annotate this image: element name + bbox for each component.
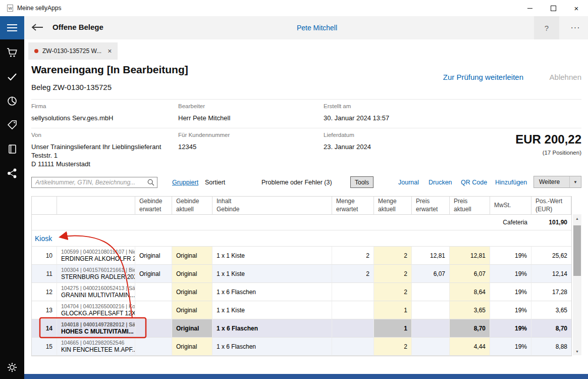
menge-aktuell-cell[interactable]: 1	[374, 319, 412, 338]
inhalt-gebinde-cell: 1 x 6 Flaschen	[212, 283, 332, 301]
weitere-dropdown-button[interactable]: Weitere ▼	[533, 176, 581, 188]
table-row[interactable]: 11 100304 | 04015760121661 | Bier... STE…	[32, 265, 571, 283]
preis-aktuell-cell[interactable]: 3,65	[450, 301, 490, 319]
gebinde-aktuell-cell[interactable]: Original	[172, 301, 212, 319]
main-content: Wareneingang [In Bearbeitung] Zur Prüfun…	[24, 61, 588, 374]
mwst-cell: 19%	[490, 338, 531, 356]
header-menge-erwartet: Menge erwartet	[332, 197, 374, 215]
article-cell: 104275 | 04002160052413 | Säft... GRANIN…	[57, 283, 135, 301]
gebinde-erwartet-cell	[135, 301, 172, 319]
header-inhalt-gebinde: Inhalt Gebinde	[212, 197, 332, 215]
hamburger-menu-button[interactable]	[0, 16, 24, 39]
add-link[interactable]: Hinzufügen	[495, 179, 527, 186]
journal-book-icon[interactable]	[6, 143, 18, 155]
app-window: W Meine sellyApps ×	[0, 0, 588, 379]
document-tab[interactable]: ZW-0130-135725 W... ×	[28, 42, 118, 60]
menge-aktuell-cell[interactable]: 1	[374, 301, 412, 319]
tab-close-icon[interactable]: ×	[108, 47, 112, 55]
scroll-down-button[interactable]: ▼	[573, 347, 581, 355]
gebinde-aktuell-cell[interactable]: Original	[172, 265, 212, 283]
menge-erwartet-cell	[332, 319, 374, 338]
table-body: 10 100599 | 04002108019107 | Nich... ERD…	[32, 247, 571, 356]
divider	[31, 128, 581, 128]
group-header-kiosk[interactable]: Kiosk	[32, 230, 571, 247]
weitere-label: Weitere	[534, 178, 569, 185]
minimize-button[interactable]	[518, 0, 542, 16]
table-row[interactable]: 14 104018 | 04001497282012 | Säft... HOH…	[32, 319, 571, 338]
field-firma: Firma sellysolutions Serv.ges.mbH	[31, 103, 113, 122]
price-tag-icon[interactable]	[6, 119, 18, 131]
gebinde-erwartet-cell: Original	[135, 265, 172, 283]
close-button[interactable]: ×	[565, 0, 588, 16]
preis-erwartet-cell	[412, 319, 450, 338]
pos-wert-cell: 8,70	[531, 319, 571, 338]
field-von: Von Unser Trainingslieferant Ihr Lieblin…	[31, 132, 161, 168]
field-label: Bearbeiter	[178, 103, 230, 109]
gebinde-aktuell-cell[interactable]: Original	[172, 247, 212, 265]
inhalt-gebinde-cell: 1 x 1 Kiste	[212, 265, 332, 283]
table-scrollbar[interactable]: ▲ ▼	[573, 214, 581, 355]
gebinde-aktuell-cell[interactable]: Original	[172, 338, 212, 356]
reject-button[interactable]: Ablehnen	[550, 73, 581, 81]
preis-aktuell-cell[interactable]: 12,81	[450, 247, 490, 265]
pie-chart-icon[interactable]	[6, 95, 18, 107]
position-number: 10	[32, 247, 57, 265]
table-row[interactable]: 15 104665 | 04012982052546 KIN FENCHELTE…	[32, 338, 571, 356]
preis-aktuell-cell[interactable]: 8,64	[450, 283, 490, 301]
field-label: Lieferdatum	[324, 132, 371, 138]
share-network-icon[interactable]	[6, 167, 18, 179]
article-code: 100599 | 04002108019107 | Nich...	[61, 249, 131, 255]
search-input[interactable]	[31, 177, 157, 188]
article-code: 104018 | 04001497282012 | Säft...	[61, 321, 131, 327]
field-erstellt-am: Erstellt am 30. Januar 2024 13:57	[324, 103, 389, 122]
table-row[interactable]: 12 104275 | 04002160052413 | Säft... GRA…	[32, 283, 571, 301]
window-controls: ×	[518, 0, 588, 16]
table-row[interactable]: 13 104704 | 04013265000216 | Kon... GLOC…	[32, 301, 571, 319]
field-bearbeiter: Bearbeiter Herr Pete Mitchell	[178, 103, 230, 122]
page-title: Offene Belege	[52, 23, 103, 31]
search-icon[interactable]	[147, 178, 155, 186]
qr-code-link[interactable]: QR Code	[461, 179, 487, 186]
ellipsis-icon: ···	[571, 23, 580, 32]
preis-aktuell-cell[interactable]: 4,44	[450, 338, 490, 356]
gebinde-aktuell-cell[interactable]: Original	[172, 319, 212, 338]
menge-aktuell-cell[interactable]: 2	[374, 247, 412, 265]
menge-aktuell-cell[interactable]: 2	[374, 265, 412, 283]
menge-aktuell-cell[interactable]: 2	[374, 338, 412, 356]
pos-wert-cell: 25,62	[531, 247, 571, 265]
checkmark-icon[interactable]	[6, 71, 18, 83]
grouped-toggle[interactable]: Gruppiert	[172, 179, 198, 186]
mwst-cell: 19%	[490, 301, 531, 319]
sorted-toggle[interactable]: Sortiert	[205, 179, 225, 186]
scroll-up-button[interactable]: ▲	[573, 214, 581, 222]
gebinde-erwartet-cell	[135, 283, 172, 301]
menge-aktuell-cell[interactable]: 2	[374, 283, 412, 301]
triangle-down-icon: ▼	[575, 350, 579, 353]
tools-button[interactable]: Tools	[350, 176, 373, 188]
forward-for-review-button[interactable]: Zur Prüfung weiterleiten	[443, 73, 523, 81]
menge-erwartet-cell: 2	[332, 247, 374, 265]
scrollbar-thumb[interactable]	[573, 225, 581, 276]
header-preis-aktuell: Preis aktuell	[450, 197, 490, 215]
journal-link[interactable]: Journal	[398, 179, 419, 186]
gebinde-aktuell-cell[interactable]: Original	[172, 283, 212, 301]
field-label: Firma	[31, 103, 113, 109]
preis-aktuell-cell[interactable]: 8,70	[450, 319, 490, 338]
print-link[interactable]: Drucken	[429, 179, 452, 186]
problems-filter[interactable]: Probleme oder Fehler (3)	[261, 179, 332, 186]
window-titlebar: W Meine sellyApps ×	[0, 0, 588, 16]
position-number: 15	[32, 338, 57, 356]
window-title: Meine sellyApps	[17, 5, 61, 12]
back-button[interactable]	[31, 23, 43, 32]
header-mwst: MwSt.	[490, 197, 531, 215]
help-button[interactable]: ?	[534, 16, 559, 39]
inhalt-gebinde-cell: 1 x 6 Flaschen	[212, 319, 332, 338]
field-label: Erstellt am	[324, 103, 389, 109]
shopping-cart-icon[interactable]	[6, 46, 18, 59]
header-more-button[interactable]: ···	[564, 16, 587, 39]
table-row[interactable]: 10 100599 | 04002108019107 | Nich... ERD…	[32, 247, 571, 265]
current-user[interactable]: Pete Mitchell	[241, 24, 393, 32]
settings-gear-icon[interactable]	[6, 361, 18, 373]
preis-aktuell-cell[interactable]: 6,07	[450, 265, 490, 283]
maximize-button[interactable]	[542, 0, 565, 16]
